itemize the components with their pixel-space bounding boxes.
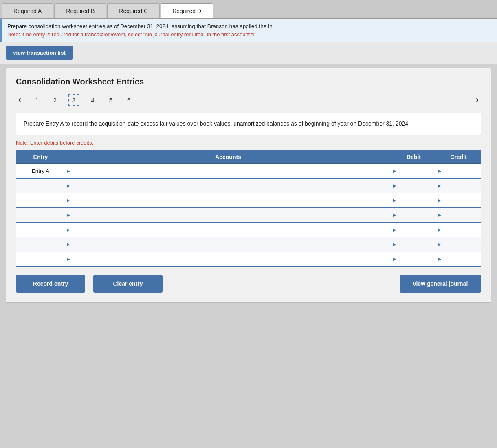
credit-cell-5[interactable] <box>436 222 481 237</box>
account-input-5[interactable] <box>65 223 391 237</box>
instruction-banner: Prepare consolidation worksheet entries … <box>0 19 497 42</box>
col-header-entry: Entry <box>16 150 65 163</box>
table-row <box>16 222 481 237</box>
credit-cell-7[interactable] <box>436 252 481 266</box>
account-cell-5[interactable] <box>65 222 391 237</box>
debit-input-1[interactable] <box>391 164 436 178</box>
account-input-1[interactable] <box>65 164 391 178</box>
entry-label-7 <box>16 252 65 266</box>
worksheet-title: Consolidation Worksheet Entries <box>16 76 481 87</box>
tabs-bar: Required A Required B Required C Require… <box>0 0 497 19</box>
tab-required-b[interactable]: Required B <box>54 3 106 18</box>
view-general-journal-button[interactable]: view general journal <box>400 275 481 293</box>
clear-entry-button[interactable]: Clear entry <box>93 275 163 293</box>
credit-cell-1[interactable] <box>436 163 481 178</box>
debit-cell-6[interactable] <box>391 237 436 252</box>
instruction-note: Note: If no entry is required for a tran… <box>7 31 491 39</box>
debits-note: Note: Enter debits before credits. <box>16 140 481 146</box>
top-button-bar: view transaction list <box>0 42 497 64</box>
account-input-6[interactable] <box>65 237 391 252</box>
debit-input-5[interactable] <box>391 223 436 237</box>
debit-input-4[interactable] <box>391 208 436 222</box>
account-input-7[interactable] <box>65 252 391 266</box>
account-cell-1[interactable] <box>65 163 391 178</box>
entry-label-2 <box>16 178 65 193</box>
bottom-buttons: Record entry Clear entry view general jo… <box>16 275 481 293</box>
entry-label-3 <box>16 193 65 207</box>
page-6[interactable]: 6 <box>124 95 134 105</box>
debit-input-3[interactable] <box>391 193 436 207</box>
account-cell-4[interactable] <box>65 207 391 222</box>
page-4[interactable]: 4 <box>88 95 97 105</box>
debit-cell-7[interactable] <box>391 252 436 266</box>
entry-table: Entry Accounts Debit Credit Entry A <box>16 150 481 267</box>
credit-cell-2[interactable] <box>436 178 481 193</box>
debit-input-7[interactable] <box>391 252 436 266</box>
debit-cell-2[interactable] <box>391 178 436 193</box>
credit-input-2[interactable] <box>436 179 481 193</box>
table-row <box>16 207 481 222</box>
tab-required-a[interactable]: Required A <box>2 3 53 18</box>
account-cell-6[interactable] <box>65 237 391 252</box>
page-1[interactable]: 1 <box>32 95 42 105</box>
next-page-button[interactable]: › <box>473 95 481 104</box>
page-2[interactable]: 2 <box>50 95 60 105</box>
credit-input-7[interactable] <box>436 252 481 266</box>
credit-input-1[interactable] <box>436 164 481 178</box>
col-header-accounts: Accounts <box>65 150 391 163</box>
pagination: ‹ 1 2 3 4 5 6 › <box>16 94 481 106</box>
debit-cell-4[interactable] <box>391 207 436 222</box>
credit-input-6[interactable] <box>436 237 481 252</box>
credit-cell-3[interactable] <box>436 193 481 207</box>
debit-cell-3[interactable] <box>391 193 436 207</box>
col-header-debit: Debit <box>391 150 436 163</box>
account-cell-7[interactable] <box>65 252 391 266</box>
entry-label-1: Entry A <box>16 163 65 178</box>
credit-cell-4[interactable] <box>436 207 481 222</box>
credit-input-5[interactable] <box>436 223 481 237</box>
credit-input-4[interactable] <box>436 208 481 222</box>
entry-label-4 <box>16 207 65 222</box>
debit-cell-1[interactable] <box>391 163 436 178</box>
entry-description: Prepare Entry A to record the acquisitio… <box>16 113 481 135</box>
entry-label-6 <box>16 237 65 252</box>
tab-required-d[interactable]: Required D <box>161 3 213 18</box>
record-entry-button[interactable]: Record entry <box>16 275 85 293</box>
col-header-credit: Credit <box>436 150 481 163</box>
instruction-main: Prepare consolidation worksheet entries … <box>7 22 491 31</box>
main-card: Consolidation Worksheet Entries ‹ 1 2 3 … <box>6 68 491 303</box>
account-input-2[interactable] <box>65 179 391 193</box>
entry-label-5 <box>16 222 65 237</box>
account-input-3[interactable] <box>65 193 391 207</box>
debit-cell-5[interactable] <box>391 222 436 237</box>
view-transaction-button[interactable]: view transaction list <box>6 46 73 60</box>
account-input-4[interactable] <box>65 208 391 222</box>
account-cell-3[interactable] <box>65 193 391 207</box>
credit-input-3[interactable] <box>436 193 481 207</box>
account-cell-2[interactable] <box>65 178 391 193</box>
prev-page-button[interactable]: ‹ <box>16 95 24 104</box>
table-row <box>16 178 481 193</box>
page-3[interactable]: 3 <box>68 94 79 106</box>
page-5[interactable]: 5 <box>106 95 116 105</box>
table-row <box>16 193 481 207</box>
table-row <box>16 237 481 252</box>
table-row: Entry A <box>16 163 481 178</box>
table-row <box>16 252 481 266</box>
tab-required-c[interactable]: Required C <box>107 3 160 18</box>
debit-input-2[interactable] <box>391 179 436 193</box>
debit-input-6[interactable] <box>391 237 436 252</box>
credit-cell-6[interactable] <box>436 237 481 252</box>
